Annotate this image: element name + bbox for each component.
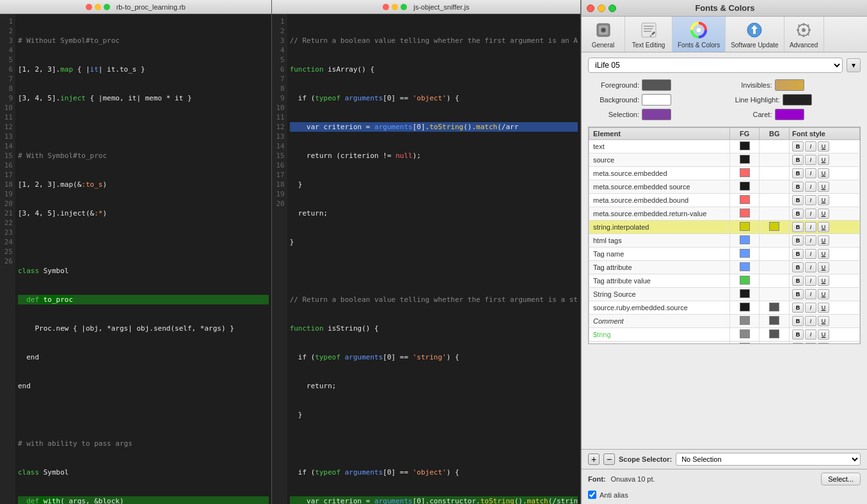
fg-cell[interactable] [729, 274, 760, 288]
style-btn-u[interactable]: U [818, 182, 829, 192]
col-style[interactable]: Font style [790, 128, 860, 140]
style-btn-i[interactable]: I [805, 195, 816, 205]
scope-selector-dropdown[interactable]: No Selection [676, 453, 861, 466]
style-btn-u[interactable]: U [818, 235, 829, 246]
line-highlight-swatch[interactable] [783, 94, 812, 106]
add-scope-btn[interactable]: + [588, 453, 600, 465]
style-btn-b[interactable]: B [792, 276, 804, 286]
fg-swatch[interactable] [740, 155, 750, 164]
style-btn-u[interactable]: U [818, 316, 829, 326]
bg-cell[interactable] [760, 274, 790, 288]
bg-cell[interactable] [760, 301, 790, 315]
bg-swatch[interactable] [769, 329, 779, 338]
style-btn-i[interactable]: I [805, 222, 816, 232]
style-btn-i[interactable]: I [805, 289, 816, 299]
style-btn-b[interactable]: B [792, 195, 804, 205]
style-btn-i[interactable]: I [805, 249, 816, 259]
bg-cell[interactable] [760, 180, 790, 194]
toolbar-fonts-colors[interactable]: Fonts & Colors [672, 17, 726, 52]
bg-cell[interactable] [760, 194, 790, 207]
table-row[interactable]: $tringBIU [589, 328, 860, 342]
fg-swatch[interactable] [740, 235, 750, 244]
bg-swatch[interactable] [769, 303, 779, 311]
background-swatch[interactable] [642, 94, 671, 106]
bg-cell[interactable] [760, 248, 790, 261]
fg-swatch[interactable] [740, 182, 750, 191]
col-bg[interactable]: BG [760, 128, 790, 140]
style-btn-u[interactable]: U [818, 276, 829, 286]
fg-swatch[interactable] [740, 303, 750, 311]
panel-minimize-btn[interactable] [598, 4, 605, 12]
table-row[interactable]: sourceBIU [589, 154, 860, 167]
style-btn-i[interactable]: I [805, 343, 816, 344]
style-btn-b[interactable]: B [792, 249, 804, 259]
close-btn[interactable] [86, 4, 92, 10]
bg-cell[interactable] [760, 261, 790, 274]
table-row[interactable]: String Source StringBIU [589, 342, 860, 345]
fg-swatch[interactable] [740, 209, 750, 217]
zoom-btn-r[interactable] [401, 4, 407, 10]
panel-zoom-btn[interactable] [608, 4, 616, 12]
antialias-checkbox[interactable] [588, 491, 596, 499]
style-btn-i[interactable]: I [805, 209, 816, 219]
table-row[interactable]: Tag attributeBIU [589, 261, 860, 274]
style-btn-b[interactable]: B [792, 343, 804, 344]
toolbar-general[interactable]: General [582, 17, 625, 52]
fg-swatch[interactable] [740, 195, 750, 204]
style-btn-b[interactable]: B [792, 182, 804, 192]
style-btn-b[interactable]: B [792, 262, 804, 272]
fg-cell[interactable] [729, 315, 760, 328]
style-btn-u[interactable]: U [818, 141, 829, 152]
style-btn-i[interactable]: I [805, 276, 816, 286]
style-btn-b[interactable]: B [792, 289, 804, 299]
style-btn-b[interactable]: B [792, 155, 804, 165]
style-btn-u[interactable]: U [818, 222, 829, 232]
minimize-btn-r[interactable] [392, 4, 398, 10]
style-btn-b[interactable]: B [792, 303, 804, 313]
minimize-btn[interactable] [95, 4, 101, 10]
bg-cell[interactable] [760, 221, 790, 234]
zoom-btn[interactable] [104, 4, 110, 10]
style-btn-u[interactable]: U [818, 289, 829, 299]
style-btn-u[interactable]: U [818, 329, 829, 340]
fg-swatch[interactable] [740, 249, 750, 258]
style-btn-b[interactable]: B [792, 222, 804, 232]
js-code-content[interactable]: // Return a boolean value telling whethe… [287, 14, 580, 504]
fg-swatch[interactable] [740, 316, 750, 325]
panel-close-btn[interactable] [587, 4, 594, 12]
table-row[interactable]: source.ruby.embedded.sourceBIU [589, 301, 860, 315]
font-select-btn[interactable]: Select... [821, 473, 861, 485]
fg-cell[interactable] [729, 248, 760, 261]
style-btn-u[interactable]: U [818, 249, 829, 259]
foreground-swatch[interactable] [642, 79, 671, 91]
table-row[interactable]: meta.source.embedded sourceBIU [589, 180, 860, 194]
fg-cell[interactable] [729, 234, 760, 248]
fg-swatch[interactable] [740, 329, 750, 338]
style-btn-i[interactable]: I [805, 155, 816, 165]
fg-cell[interactable] [729, 167, 760, 180]
close-btn-r[interactable] [383, 4, 389, 10]
js-code-area[interactable]: 1234567891011121314151617181920 // Retur… [272, 14, 580, 504]
toolbar-advanced[interactable]: Advanced [784, 17, 824, 52]
fg-cell[interactable] [729, 288, 760, 301]
table-row[interactable]: meta.source.embeddedBIU [589, 167, 860, 180]
style-btn-u[interactable]: U [818, 155, 829, 165]
style-btn-u[interactable]: U [818, 168, 829, 178]
fg-swatch[interactable] [740, 262, 750, 271]
fg-swatch[interactable] [740, 289, 750, 298]
style-btn-u[interactable]: U [818, 303, 829, 313]
col-fg[interactable]: FG [729, 128, 760, 140]
style-btn-i[interactable]: I [805, 141, 816, 152]
bg-swatch[interactable] [769, 222, 779, 231]
style-btn-b[interactable]: B [792, 316, 804, 326]
bg-swatch[interactable] [769, 316, 779, 325]
fg-cell[interactable] [729, 140, 760, 154]
style-btn-i[interactable]: I [805, 262, 816, 272]
selection-swatch[interactable] [642, 109, 671, 120]
fg-cell[interactable] [729, 180, 760, 194]
col-element[interactable]: Element [589, 128, 730, 140]
table-row[interactable]: meta.source.embedded.return-valueBIU [589, 207, 860, 221]
style-btn-i[interactable]: I [805, 329, 816, 340]
style-btn-u[interactable]: U [818, 262, 829, 272]
style-btn-i[interactable]: I [805, 182, 816, 192]
